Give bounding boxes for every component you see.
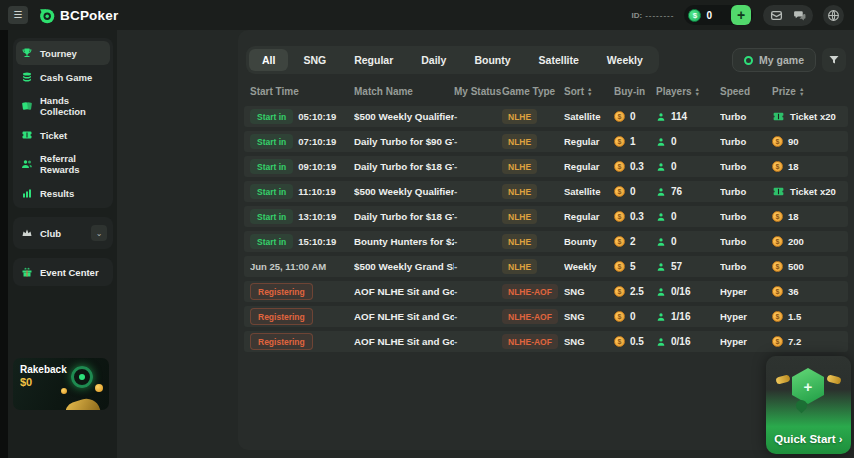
coin-icon: $ xyxy=(614,111,625,122)
column-match-name[interactable]: Match Name xyxy=(354,86,454,97)
coin-icon: $ xyxy=(772,286,783,297)
tab-weekly[interactable]: Weekly xyxy=(594,49,656,71)
prize-value: 500 xyxy=(788,261,804,272)
sort-value: SNG xyxy=(564,286,614,297)
column-my-status[interactable]: My Status xyxy=(454,86,502,97)
column-players[interactable]: Players ▲▼ xyxy=(656,86,720,97)
table-row[interactable]: Start in 07:10:19 Daily Turbo for $90 GT… xyxy=(244,131,848,152)
my-game-label: My game xyxy=(759,54,804,66)
match-name: AOF NLHE Sit and Go $0.5 xyxy=(354,336,454,347)
column-buy-in[interactable]: Buy-in xyxy=(614,86,656,97)
players-value: 114 xyxy=(671,111,687,122)
chevron-down-icon[interactable]: ⌄ xyxy=(91,225,107,241)
hamburger-menu-icon[interactable]: ☰ xyxy=(8,6,28,24)
tournament-panel: AllSNGRegularDailyBountySatelliteWeekly … xyxy=(238,30,854,450)
app-root: ☰ BCPoker ID: -------- $ 0 + xyxy=(0,0,854,458)
sidebar-item-hands-collection[interactable]: Hands Collection xyxy=(16,89,110,123)
player-icon xyxy=(656,212,666,222)
game-type-badge: NLHE xyxy=(502,234,537,249)
column-label: Players xyxy=(656,86,692,97)
match-name: $500 Weekly Grand Sho... xyxy=(354,261,454,272)
my-status: - xyxy=(454,236,502,247)
column-sort[interactable]: Sort ▲▼ xyxy=(564,86,614,97)
table-row[interactable]: Registering AOF NLHE Sit and Go # ... - … xyxy=(244,306,848,327)
status-badge: Start in xyxy=(250,134,293,149)
crown-icon xyxy=(21,227,33,239)
wallet-icon[interactable] xyxy=(770,9,783,22)
tab-daily[interactable]: Daily xyxy=(408,49,459,71)
people-icon xyxy=(21,158,33,170)
prize-value: 36 xyxy=(788,286,799,297)
column-start-time[interactable]: Start Time xyxy=(250,86,354,97)
game-type-badge: NLHE-AOF xyxy=(502,309,558,324)
sidebar-item-cash-game[interactable]: Cash Game xyxy=(16,65,110,89)
player-icon xyxy=(656,137,666,147)
sidebar-item-event-center[interactable]: Event Center xyxy=(16,261,110,283)
sort-value: Regular xyxy=(564,211,614,222)
table-row[interactable]: Start in 11:10:19 $500 Weekly Qualifier … xyxy=(244,181,848,202)
table-row[interactable]: Start in 05:10:19 $500 Weekly Qualifier … xyxy=(244,106,848,127)
prize-value: 18 xyxy=(788,161,799,172)
chat-icon[interactable] xyxy=(793,9,806,22)
sort-value: Regular xyxy=(564,161,614,172)
balance-coin-icon: $ xyxy=(688,9,701,22)
column-speed[interactable]: Speed xyxy=(720,86,772,97)
start-time: 05:10:19 xyxy=(298,111,336,122)
tab-satellite[interactable]: Satellite xyxy=(526,49,592,71)
table-row[interactable]: Start in 15:10:19 Bounty Hunters for $20… xyxy=(244,231,848,252)
balance-pill: $ 0 + xyxy=(684,5,753,25)
column-label: Speed xyxy=(720,86,750,97)
user-id: ID: -------- xyxy=(631,11,674,20)
my-game-toggle[interactable]: My game xyxy=(732,48,816,72)
trophy-icon xyxy=(21,47,33,59)
tab-all[interactable]: All xyxy=(249,49,288,71)
column-game-type[interactable]: Game Type xyxy=(502,86,564,97)
match-name: Daily Turbo for $18 GTD xyxy=(354,211,454,222)
tab-regular[interactable]: Regular xyxy=(341,49,406,71)
table-header: Start Time Match Name My Status Game Typ… xyxy=(244,86,848,97)
deposit-button[interactable]: + xyxy=(731,5,751,25)
wing-icon xyxy=(775,374,790,385)
coin-icon: $ xyxy=(614,186,625,197)
coin-icon: $ xyxy=(772,136,783,147)
globe-icon[interactable] xyxy=(823,5,844,26)
table-row[interactable]: Start in 13:10:19 Daily Turbo for $18 GT… xyxy=(244,206,848,227)
tab-sng[interactable]: SNG xyxy=(290,49,339,71)
player-icon xyxy=(656,162,666,172)
sidebar-item-results[interactable]: Results xyxy=(16,181,110,205)
column-prize[interactable]: Prize ▲▼ xyxy=(772,86,842,97)
sidebar-nav: Tourney Cash Game Hands Collection Ticke… xyxy=(13,38,113,208)
sidebar-item-label: Hands Collection xyxy=(40,95,105,117)
player-icon xyxy=(656,112,666,122)
filter-button[interactable] xyxy=(822,48,846,72)
table-row[interactable]: Start in 09:10:19 Daily Turbo for $18 GT… xyxy=(244,156,848,177)
start-time: 13:10:19 xyxy=(298,211,336,222)
sidebar-item-ticket[interactable]: Ticket xyxy=(16,123,110,147)
buyin-value: 0 xyxy=(630,311,636,322)
sort-arrows-icon: ▲▼ xyxy=(587,87,592,96)
sort-arrows-icon: ▲▼ xyxy=(695,87,700,96)
balance-value: 0 xyxy=(706,10,726,21)
sidebar-item-club[interactable]: Club ⌄ xyxy=(16,220,110,246)
sidebar-item-label: Results xyxy=(40,188,74,199)
rakeback-art-hand xyxy=(63,395,101,410)
prize-value: 90 xyxy=(788,136,799,147)
sidebar-item-tourney[interactable]: Tourney xyxy=(16,41,110,65)
my-status: - xyxy=(454,136,502,147)
my-status: - xyxy=(454,161,502,172)
coin-icon: $ xyxy=(772,211,783,222)
table-row[interactable]: Registering AOF NLHE Sit and Go $2.5 - N… xyxy=(244,281,848,302)
topbar-icon-group xyxy=(763,5,813,26)
quick-start-card[interactable]: + Quick Start › xyxy=(766,356,851,454)
sidebar-item-referral-rewards[interactable]: Referral Rewards xyxy=(16,147,110,181)
radio-icon xyxy=(744,56,753,65)
my-status: - xyxy=(454,186,502,197)
game-type-badge: NLHE xyxy=(502,159,537,174)
status-badge: Start in xyxy=(250,184,293,199)
rakeback-card[interactable]: Rakeback $0 xyxy=(13,358,109,410)
table-row[interactable]: Registering AOF NLHE Sit and Go $0.5 - N… xyxy=(244,331,848,352)
start-time: 11:10:19 xyxy=(298,186,336,197)
tab-bounty[interactable]: Bounty xyxy=(461,49,523,71)
game-type-badge: NLHE-AOF xyxy=(502,284,558,299)
table-row[interactable]: Jun 25, 11:00 AM $500 Weekly Grand Sho..… xyxy=(244,256,848,277)
